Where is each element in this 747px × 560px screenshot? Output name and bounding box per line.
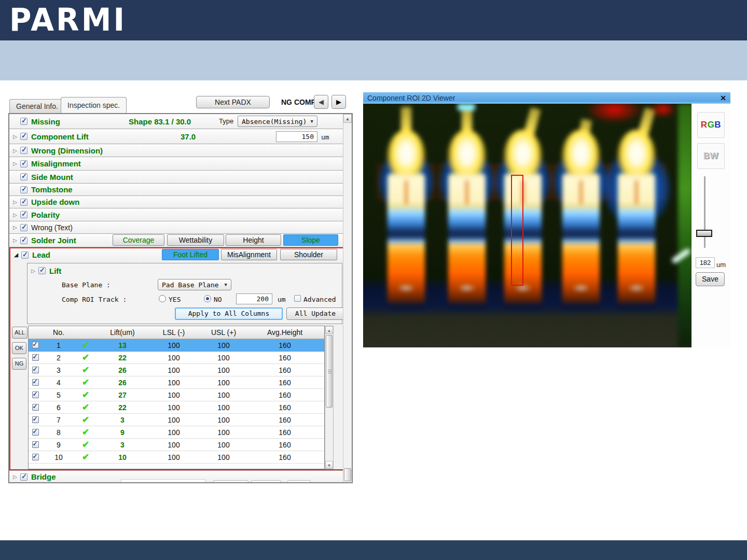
prev-ng-comp-button[interactable]: ◀: [314, 95, 328, 109]
table-row[interactable]: 2 ✔ 22 100 100 160: [29, 352, 324, 364]
bridge-checkbox[interactable]: [20, 473, 27, 481]
inspection-row-upside-down[interactable]: ▷ Upside down: [9, 196, 343, 208]
height-value-input[interactable]: [696, 257, 715, 268]
next-padx-button[interactable]: Next PADX: [196, 96, 270, 108]
lift-checkbox[interactable]: [38, 267, 46, 274]
table-row[interactable]: 5 ✔ 27 100 100 160: [29, 389, 324, 401]
wrong-text-checkbox[interactable]: [20, 224, 27, 231]
bw-button[interactable]: BW: [697, 143, 725, 169]
table-row[interactable]: 4 ✔ 26 100 100 160: [29, 376, 324, 389]
upside-down-checkbox[interactable]: [20, 199, 27, 206]
row-checkbox[interactable]: [32, 416, 39, 423]
row-checkbox[interactable]: [32, 454, 39, 460]
expander-icon[interactable]: ▷: [11, 474, 19, 480]
tab-inspection-spec[interactable]: Inspection spec.: [61, 97, 127, 113]
select-all-button[interactable]: ALL: [12, 327, 27, 339]
expander-icon[interactable]: ▷: [11, 148, 19, 153]
panel-scrollbar[interactable]: ▲: [343, 114, 352, 482]
missing-type-dropdown[interactable]: Absence(Missing) ▼: [238, 116, 317, 127]
table-row[interactable]: 3 ✔ 26 100 100 160: [29, 364, 324, 376]
lead-checkbox[interactable]: [21, 251, 29, 259]
expander-icon[interactable]: ▷: [11, 161, 19, 166]
component-lift-checkbox[interactable]: [20, 133, 27, 140]
tombstone-checkbox[interactable]: [20, 186, 27, 193]
missing-checkbox[interactable]: [20, 118, 27, 125]
solder-joint-checkbox[interactable]: [20, 237, 27, 244]
table-row[interactable]: 8 ✔ 9 100 100 160: [29, 426, 324, 439]
table-row[interactable]: 1 ✔ 13 100 100 160: [29, 339, 324, 352]
row-checkbox[interactable]: [32, 429, 39, 436]
scroll-up-icon[interactable]: ▲: [343, 114, 352, 123]
row-checkbox[interactable]: [32, 441, 39, 448]
advanced-checkbox[interactable]: [294, 295, 301, 302]
solder-tab-height[interactable]: Height: [226, 234, 281, 246]
row-checkbox[interactable]: [32, 367, 39, 373]
roi-selection-rect[interactable]: [511, 175, 523, 286]
row-checkbox[interactable]: [32, 391, 39, 398]
height-slider-track[interactable]: [704, 176, 706, 248]
lead-tab-misalignment[interactable]: MisAlignment: [221, 249, 277, 260]
solder-tab-wettability[interactable]: Wettability: [167, 234, 224, 246]
table-row[interactable]: 6 ✔ 22 100 100 160: [29, 401, 324, 414]
table-scroll-thumb[interactable]: [326, 335, 333, 408]
expander-icon[interactable]: ▷: [11, 237, 19, 243]
inspection-row-wrong-text[interactable]: ▷ Wrong (Text): [9, 221, 343, 234]
comp-roi-yes-radio[interactable]: [159, 295, 166, 302]
row-checkbox[interactable]: [32, 404, 39, 411]
select-ok-button[interactable]: OK: [12, 342, 26, 354]
component-lift-threshold-input[interactable]: [276, 131, 317, 142]
expander-icon[interactable]: ▷: [11, 199, 19, 205]
expander-icon[interactable]: ◢: [12, 251, 20, 258]
close-icon[interactable]: ✕: [720, 93, 726, 104]
save-button[interactable]: Save: [696, 272, 725, 286]
solder-tab-coverage[interactable]: Coverage: [113, 234, 164, 246]
roi-2d-image[interactable]: [363, 104, 691, 347]
side-mount-checkbox[interactable]: [20, 173, 27, 180]
comp-roi-no-radio[interactable]: [204, 295, 211, 302]
inspection-row-wrong-dimension[interactable]: ▷ Wrong (Dimension): [9, 144, 343, 157]
inspection-row-tombstone[interactable]: Tombstone: [9, 184, 343, 196]
table-scrollbar[interactable]: ▲ ▼: [325, 326, 334, 469]
expander-icon[interactable]: ▷: [11, 212, 19, 218]
select-ng-button[interactable]: NG: [12, 358, 26, 370]
table-row[interactable]: 9 ✔ 3 100 100 160: [29, 439, 324, 451]
inspection-row-solder-joint[interactable]: ▷ Solder Joint Coverage Wettability Heig…: [9, 234, 343, 247]
scroll-down-icon[interactable]: ▼: [325, 461, 333, 469]
header-bar: PARMI: [0, 0, 747, 40]
inspection-row-lead[interactable]: ◢ Lead Foot Lifted MisAlignment Shoulder: [10, 248, 345, 261]
tab-general-info[interactable]: General Info.: [9, 99, 65, 113]
lead-tab-shoulder[interactable]: Shoulder: [280, 249, 337, 260]
inspection-row-missing[interactable]: Missing Shape 83.1 / 30.0 Type Absence(M…: [9, 114, 343, 129]
base-plane-dropdown[interactable]: Pad Base Plane ▼: [158, 279, 231, 290]
wrong-dimension-checkbox[interactable]: [20, 147, 27, 154]
solder-tab-slope[interactable]: Slope: [283, 234, 338, 246]
expander-icon[interactable]: ▷: [30, 268, 37, 274]
row-checkbox[interactable]: [32, 342, 39, 348]
polarity-checkbox[interactable]: [20, 211, 27, 218]
panel-scroll-thumb[interactable]: [344, 468, 351, 481]
viewer-titlebar: Component ROI 2D Viewer ✕: [363, 92, 730, 104]
misalignment-checkbox[interactable]: [20, 160, 27, 167]
chevron-down-icon: ▼: [311, 119, 313, 124]
height-slider-thumb[interactable]: [696, 230, 712, 237]
expander-icon[interactable]: ▷: [11, 225, 19, 230]
all-update-button[interactable]: All Update: [286, 307, 344, 320]
expander-icon[interactable]: ▷: [11, 134, 19, 139]
lift-row[interactable]: ▷ Lift: [27, 264, 342, 277]
scroll-up-icon[interactable]: ▲: [325, 326, 333, 334]
table-row[interactable]: 7 ✔ 3 100 100 160: [29, 414, 324, 426]
inspection-row-misalignment[interactable]: ▷ Misalignment: [9, 157, 343, 171]
table-row[interactable]: 10 ✔ 10 100 100 160: [29, 451, 324, 464]
row-checkbox[interactable]: [32, 354, 39, 361]
apply-to-all-columns-button[interactable]: Apply to All Columns: [175, 307, 283, 320]
inspection-row-polarity[interactable]: ▷ Polarity: [9, 208, 343, 221]
lead-tab-foot-lifted[interactable]: Foot Lifted: [162, 249, 219, 260]
inspection-row-side-mount[interactable]: Side Mount: [9, 171, 343, 184]
inspection-row-component-lift[interactable]: ▷ Component Lift 37.0 um: [9, 129, 343, 144]
inspection-panel: General Info. Inspection spec. Next PADX…: [8, 96, 353, 483]
rgb-button[interactable]: RGB: [697, 112, 725, 138]
clipped-button: [251, 480, 281, 483]
next-ng-comp-button[interactable]: ▶: [331, 95, 346, 109]
track-distance-input[interactable]: [236, 293, 272, 304]
row-checkbox[interactable]: [32, 379, 39, 386]
